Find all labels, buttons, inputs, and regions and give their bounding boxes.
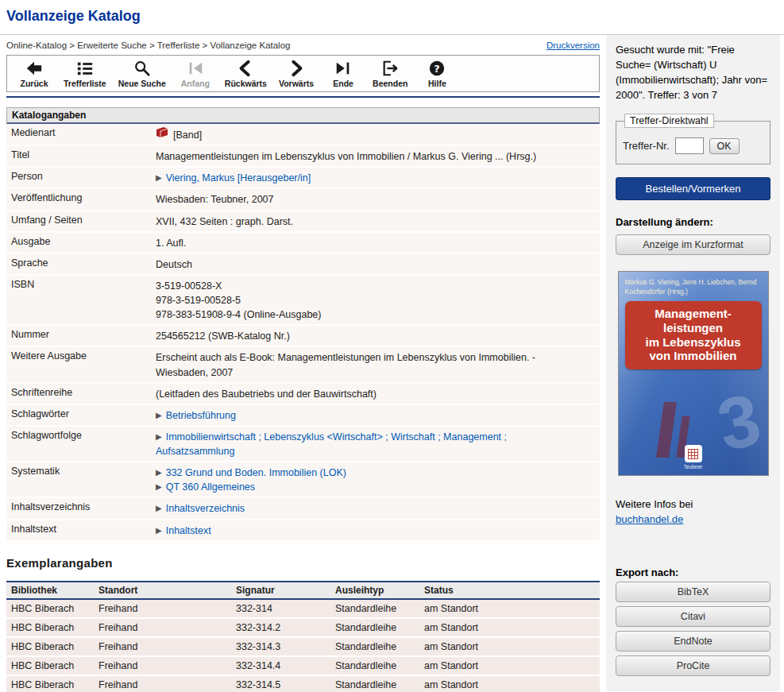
- classification-link[interactable]: QT 360 Allgemeines: [166, 481, 255, 493]
- export-bibtex-button[interactable]: BibTeX: [616, 582, 770, 602]
- field-label: Inhaltstext: [6, 524, 156, 535]
- table-row: HBC BiberachFreihand332-314.5Standardlei…: [6, 675, 600, 692]
- export-citavi-button[interactable]: Citavi: [616, 606, 770, 627]
- catalog-row-person: Person ▶Viering, Markus [Herausgeber/in]: [6, 168, 600, 189]
- exit-button[interactable]: Beenden: [373, 60, 407, 88]
- toc-link[interactable]: Inhaltsverzeichnis: [166, 503, 245, 514]
- toolbar-label: Ende: [333, 79, 353, 88]
- subject-link[interactable]: Betriebsführung: [166, 410, 236, 421]
- field-label: Umfang / Seiten: [6, 215, 156, 226]
- catalog-row-titel: Titel Managementleistungen im Lebenszykl…: [6, 146, 600, 168]
- export-label: Export nach:: [616, 566, 770, 578]
- table-cell: am Standort: [419, 599, 600, 618]
- breadcrumb: Online-Katalog > Erweiterte Suche > Tref…: [6, 41, 290, 50]
- field-value: XVII, 432 Seiten : graph. Darst.: [156, 215, 600, 229]
- content-text-link[interactable]: Inhaltstext: [166, 525, 211, 536]
- field-label: Ausgabe: [6, 236, 156, 247]
- field-value: 1. Aufl.: [156, 236, 600, 250]
- table-cell: HBC Biberach: [6, 637, 94, 656]
- field-value: Wiesbaden: Teubner, 2007: [156, 192, 600, 207]
- field-value: (Leitfaden des Baubetriebs und der Bauwi…: [156, 387, 600, 401]
- exemplar-section-heading: Exemplarangaben: [6, 556, 600, 570]
- first-record-button[interactable]: Anfang: [178, 60, 213, 88]
- back-button[interactable]: Zurück: [17, 60, 52, 88]
- catalog-row-isbn: ISBN 3-519-00528-X 978-3-519-00528-5 978…: [6, 276, 600, 326]
- classification-link[interactable]: 332 Grund und Boden. Immobilien (LOK): [166, 467, 346, 478]
- svg-text:?: ?: [434, 63, 440, 75]
- catalog-table: Medienart [Band] Titel Mana: [6, 124, 600, 542]
- next-record-button[interactable]: Vorwärts: [279, 60, 314, 88]
- order-reserve-button[interactable]: Bestellen/Vormerken: [616, 177, 770, 200]
- page-title: Vollanzeige Katalog: [6, 8, 778, 25]
- column-header: Status: [419, 582, 600, 599]
- isbn-line: 3-519-00528-X: [156, 279, 592, 293]
- previous-record-button[interactable]: Rückwärts: [225, 60, 267, 88]
- exemplar-table: Bibliothek Standort Signatur Ausleihtyp …: [6, 581, 600, 692]
- toolbar-label: Rückwärts: [225, 79, 267, 88]
- field-label: Weitere Ausgabe: [6, 350, 156, 361]
- table-cell: am Standort: [419, 618, 600, 637]
- catalog-row-systematik: Systematik ▶332 Grund und Boden. Immobil…: [6, 462, 600, 498]
- export-procite-button[interactable]: ProCite: [616, 655, 770, 676]
- catalog-row-schriftenreihe: Schriftenreihe (Leitfaden des Baubetrieb…: [6, 384, 600, 405]
- short-format-button[interactable]: Anzeige im Kurzformat: [616, 234, 770, 255]
- help-button[interactable]: ? Hilfe: [419, 60, 454, 88]
- result-list-icon: [76, 60, 94, 77]
- catalog-row-veroeffentlichung: Veröffentlichung Wiesbaden: Teubner, 200…: [6, 189, 600, 211]
- table-cell: 332-314.2: [231, 618, 330, 637]
- search-summary: Gesucht wurde mit: "Freie Suche= (Wirtsc…: [616, 43, 770, 102]
- table-cell: 332-314.4: [231, 656, 330, 675]
- toolbar-label: Zurück: [20, 79, 48, 88]
- buchhandel-link[interactable]: buchhandel.de: [616, 513, 683, 525]
- ok-button[interactable]: OK: [709, 138, 740, 154]
- table-cell: HBC Biberach: [6, 618, 94, 637]
- field-label: Person: [6, 171, 156, 182]
- link-marker-icon: ▶: [156, 468, 162, 477]
- direct-hit-legend: Treffer-Direktwahl: [624, 114, 714, 128]
- link-marker-icon: ▶: [156, 526, 162, 535]
- help-icon: ?: [428, 60, 446, 77]
- print-version-link[interactable]: Druckversion: [546, 41, 600, 50]
- new-search-button[interactable]: Neue Suche: [118, 60, 166, 88]
- table-cell: Standardleihe: [330, 618, 419, 637]
- field-label: Schlagwörter: [6, 408, 156, 419]
- toolbar-label: Beenden: [373, 79, 407, 88]
- export-endnote-button[interactable]: EndNote: [616, 631, 770, 651]
- person-link[interactable]: Viering, Markus [Herausgeber/in]: [166, 172, 311, 184]
- subject-chain-link[interactable]: Immobilienwirtschaft ; Lebenszyklus <Wir…: [156, 431, 507, 457]
- link-marker-icon: ▶: [156, 482, 162, 491]
- column-header: Signatur: [231, 582, 330, 599]
- catalog-row-weitere-ausgabe: Weitere Ausgabe Erscheint auch als E-Boo…: [6, 347, 600, 383]
- isbn-line: 978-3-519-00528-5: [156, 293, 592, 307]
- direct-hit-box: Treffer-Direktwahl Treffer-Nr. OK: [616, 114, 770, 164]
- cover-title: Management- leistungen im Lebenszyklus v…: [625, 301, 762, 369]
- table-cell: Freihand: [94, 656, 231, 675]
- catalog-row-inhaltstext: Inhaltstext ▶Inhaltstext: [6, 520, 600, 542]
- table-cell: Standardleihe: [330, 656, 419, 675]
- last-record-button[interactable]: Ende: [326, 60, 361, 88]
- table-cell: 332-314: [231, 599, 330, 618]
- field-label: Titel: [6, 149, 156, 160]
- table-cell: Freihand: [94, 675, 231, 692]
- display-change-label: Darstellung ändern:: [616, 216, 770, 228]
- table-cell: Freihand: [94, 637, 231, 656]
- main-content: Online-Katalog > Erweiterte Suche > Tref…: [0, 35, 606, 691]
- field-value: Erscheint auch als E-Book: Managementlei…: [156, 350, 589, 379]
- field-label: ISBN: [6, 279, 156, 290]
- table-header-row: Bibliothek Standort Signatur Ausleihtyp …: [6, 582, 600, 599]
- column-header: Standort: [94, 582, 231, 599]
- chevron-right-icon: [288, 60, 305, 77]
- table-row: HBC BiberachFreihand332-314.3Standardlei…: [6, 637, 600, 656]
- table-row: HBC BiberachFreihand332-314.2Standardlei…: [6, 618, 600, 637]
- skip-to-end-icon: [334, 60, 352, 77]
- result-list-button[interactable]: Trefferliste: [64, 60, 106, 88]
- column-header: Ausleihtyp: [330, 582, 419, 599]
- search-icon: [133, 60, 151, 77]
- hit-number-input[interactable]: [675, 137, 704, 154]
- field-value: Managementleistungen im Lebenszyklus von…: [156, 149, 600, 164]
- catalog-section-header: Katalogangaben: [6, 107, 600, 124]
- toolbar-label: Trefferliste: [64, 79, 106, 88]
- column-header: Bibliothek: [6, 582, 94, 599]
- field-label: Inhaltsverzeichnis: [6, 501, 156, 512]
- field-label: Veröffentlichung: [6, 192, 156, 203]
